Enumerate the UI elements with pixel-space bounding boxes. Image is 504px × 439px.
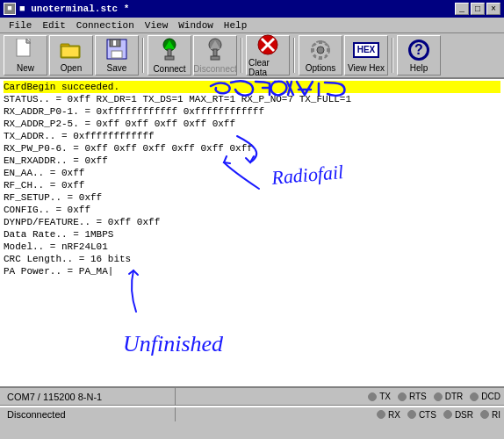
menu-view[interactable]: View <box>140 19 173 32</box>
cts-led <box>407 410 416 419</box>
options-button[interactable]: Options <box>299 35 342 76</box>
maximize-button[interactable]: □ <box>471 3 485 15</box>
disconnect-icon <box>203 38 227 62</box>
help-icon: ? <box>407 38 431 61</box>
new-button[interactable]: New <box>4 35 47 76</box>
svg-rect-28 <box>327 48 330 52</box>
open-label: Open <box>61 63 82 73</box>
connect-label: Connect <box>153 64 185 74</box>
title-bar-text: ■ unoterminal.stc * <box>19 4 129 14</box>
cts-indicator: CTS <box>407 410 436 420</box>
svg-rect-7 <box>61 47 79 57</box>
rts-indicator: RTS <box>398 392 427 401</box>
status-bar: COM7 / 115200 8-N-1 TX RTS DTR DCD <box>0 386 504 406</box>
terminal-line-10: CONFIG.. = 0xff <box>4 204 500 216</box>
title-bar-controls: _ □ × <box>455 3 500 15</box>
disconnect-button[interactable]: Disconnect <box>193 35 237 76</box>
svg-rect-11 <box>113 40 116 46</box>
cts-label: CTS <box>419 410 436 420</box>
tx-label: TX <box>379 392 391 401</box>
tx-led <box>368 392 377 401</box>
svg-rect-18 <box>213 49 217 56</box>
terminal-line-6: EN_RXADDR.. = 0xff <box>4 155 500 167</box>
dsr-led <box>443 410 452 419</box>
svg-rect-25 <box>319 40 322 44</box>
svg-rect-26 <box>319 56 322 60</box>
ri-led <box>480 410 489 419</box>
clear-icon <box>256 33 280 56</box>
terminal-line-11: DYNPD/FEATURE.. = 0xff 0xff <box>4 216 500 228</box>
rts-led <box>398 392 407 401</box>
app-icon: ■ <box>4 3 16 15</box>
menu-help[interactable]: Help <box>219 19 252 32</box>
toolbar-sep-2 <box>241 38 242 73</box>
terminal-line-15: PA Power.. = PA_MA| <box>4 265 500 277</box>
viewhex-icon: HEX <box>354 38 378 61</box>
status-bar-bottom: Disconnected RX CTS DSR RI <box>0 406 504 421</box>
ri-indicator: RI <box>480 410 500 420</box>
connection-text: COM7 / 115200 8-N-1 <box>7 392 102 402</box>
menu-window[interactable]: Window <box>173 19 219 32</box>
dcd-indicator: DCD <box>470 392 500 401</box>
svg-rect-27 <box>311 48 314 52</box>
connection-state: Disconnected <box>0 407 176 421</box>
terminal-line-3: RX_ADDR_P2-5. = 0xff 0xff 0xff 0xff 0xff <box>4 118 500 130</box>
state-text: Disconnected <box>7 409 66 420</box>
rx-label: RX <box>388 410 400 420</box>
close-button[interactable]: × <box>486 3 500 15</box>
menu-edit[interactable]: Edit <box>37 19 70 32</box>
terminal-line-1: STATUS.. = 0xff RX_DR=1 TX_DS=1 MAX_RT=1… <box>4 93 500 105</box>
menu-file[interactable]: File <box>4 19 37 32</box>
svg-point-23 <box>317 47 324 54</box>
terminal-highlight: CardBegin succeeded. <box>4 81 500 93</box>
open-button[interactable]: Open <box>49 35 93 76</box>
toolbar-sep-3 <box>293 38 295 73</box>
new-label: New <box>17 63 34 73</box>
save-button[interactable]: Save <box>95 35 139 76</box>
terminal-line-13: Model.. = nRF24L01 <box>4 241 500 253</box>
terminal-line-4: TX_ADDR.. = 0xffffffffffff <box>4 130 500 142</box>
dcd-label: DCD <box>481 392 500 401</box>
save-icon <box>104 38 129 61</box>
toolbar-sep-1 <box>142 38 144 73</box>
dcd-led <box>470 392 479 401</box>
save-label: Save <box>107 63 127 73</box>
menu-connection[interactable]: Connection <box>71 19 140 32</box>
rx-indicator: RX <box>377 410 400 420</box>
title-bar: ■ ■ unoterminal.stc * _ □ × <box>0 0 504 18</box>
clear-label: Clear Data <box>248 58 287 77</box>
terminal-line-14: CRC Length.. = 16 bits <box>4 253 500 265</box>
clear-button[interactable]: Clear Data <box>246 35 290 76</box>
help-button[interactable]: ? Help <box>397 35 441 76</box>
terminal-line-8: RF_CH.. = 0xff <box>4 179 500 191</box>
rx-led <box>377 410 385 419</box>
dtr-indicator: DTR <box>434 392 464 401</box>
connect-button[interactable]: Connect <box>148 35 191 76</box>
terminal-line-0: CardBegin succeeded. <box>4 81 500 93</box>
svg-rect-15 <box>165 56 174 60</box>
minimize-button[interactable]: _ <box>455 3 469 15</box>
main-area: CardBegin succeeded. STATUS.. = 0xff RX_… <box>0 79 504 386</box>
dsr-label: DSR <box>455 410 473 420</box>
terminal-output[interactable]: CardBegin succeeded. STATUS.. = 0xff RX_… <box>0 79 504 386</box>
tx-indicator: TX <box>368 392 391 401</box>
dtr-led <box>434 392 443 401</box>
status-indicators: TX RTS DTR DCD <box>176 392 504 401</box>
disconnect-label: Disconnect <box>193 64 236 74</box>
toolbar: New Open Save <box>0 33 504 79</box>
terminal-line-9: RF_SETUP.. = 0xff <box>4 191 500 204</box>
svg-rect-10 <box>112 51 122 58</box>
options-icon <box>308 38 333 61</box>
open-icon <box>59 38 83 61</box>
new-icon <box>13 38 38 61</box>
rts-label: RTS <box>409 392 427 401</box>
terminal-line-7: EN_AA.. = 0xff <box>4 167 500 179</box>
title-bar-left: ■ ■ unoterminal.stc * <box>4 3 129 15</box>
connect-icon <box>157 38 182 62</box>
terminal-line-5: RX_PW_P0-6. = 0xff 0xff 0xff 0xff 0xff 0… <box>4 142 500 155</box>
dsr-indicator: DSR <box>443 410 473 420</box>
ri-label: RI <box>492 410 500 420</box>
status-indicators-bottom: RX CTS DSR RI <box>176 410 504 420</box>
svg-text:Unfinished: Unfinished <box>123 331 224 356</box>
viewhex-button[interactable]: HEX View Hex <box>344 35 388 76</box>
